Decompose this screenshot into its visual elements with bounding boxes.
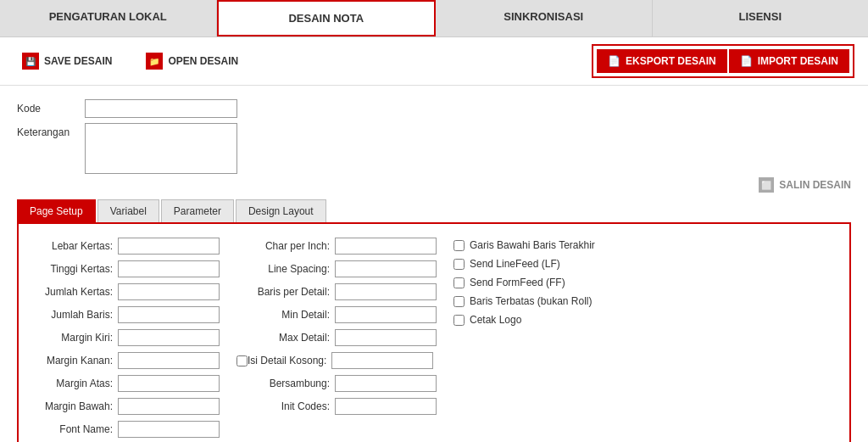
margin-bawah-label: Margin Bawah: (32, 400, 113, 412)
baris-per-detail-input[interactable] (335, 283, 437, 300)
margin-kanan-input[interactable] (118, 352, 220, 369)
field-margin-atas: Margin Atas: (32, 375, 220, 392)
tab-sinkronisasi[interactable]: SINKRONISASI (436, 0, 653, 36)
keterangan-row: Keterangan (17, 123, 851, 174)
tab-columns: Lebar Kertas: Tinggi Kertas: Jumlah Kert… (32, 238, 836, 440)
field-margin-kiri: Margin Kiri: (32, 329, 220, 346)
init-codes-label: Init Codes: (236, 400, 330, 412)
toolbar: 💾 SAVE DESAIN 📁 OPEN DESAIN 📄 EKSPORT DE… (0, 37, 868, 86)
tinggi-kertas-input[interactable] (118, 260, 220, 277)
cetak-logo-checkbox[interactable] (453, 315, 465, 326)
isi-detail-kosong-checkbox[interactable] (236, 355, 248, 366)
open-icon: 📁 (146, 53, 163, 70)
baris-terbatas-checkbox[interactable] (453, 296, 465, 307)
eksport-label: EKSPORT DESAIN (626, 55, 716, 67)
form-tabs: Page Setup Variabel Parameter Design Lay… (17, 199, 851, 222)
line-spacing-label: Line Spacing: (236, 263, 330, 275)
baris-terbatas-label: Baris Terbatas (bukan Roll) (470, 295, 593, 307)
margin-kiri-label: Margin Kiri: (32, 332, 113, 344)
lebar-kertas-input[interactable] (118, 238, 220, 255)
send-linefeed-checkbox[interactable] (453, 259, 465, 270)
open-desain-button[interactable]: 📁 OPEN DESAIN (137, 48, 247, 75)
col-left: Lebar Kertas: Tinggi Kertas: Jumlah Kert… (32, 238, 220, 440)
tab-page-setup[interactable]: Page Setup (17, 199, 96, 222)
field-jumlah-baris: Jumlah Baris: (32, 306, 220, 323)
field-isi-detail-kosong: Isi Detail Kosong: (236, 352, 437, 369)
checkbox-baris-terbatas: Baris Terbatas (bukan Roll) (453, 295, 836, 307)
col-right: Garis Bawahi Baris Terakhir Send LineFee… (453, 238, 836, 440)
font-name-input[interactable] (118, 421, 220, 438)
top-navigation: PENGATURAN LOKAL DESAIN NOTA SINKRONISAS… (0, 0, 868, 37)
max-detail-input[interactable] (335, 329, 437, 346)
field-max-detail: Max Detail: (236, 329, 437, 346)
checkbox-cetak-logo: Cetak Logo (453, 314, 836, 326)
char-per-inch-input[interactable] (335, 238, 437, 255)
max-detail-label: Max Detail: (236, 332, 330, 344)
isi-detail-kosong-label: Isi Detail Kosong: (248, 355, 326, 366)
field-tinggi-kertas: Tinggi Kertas: (32, 260, 220, 277)
baris-per-detail-label: Baris per Detail: (236, 286, 330, 298)
tab-variabel[interactable]: Variabel (97, 199, 159, 222)
bersambung-input[interactable] (335, 375, 437, 392)
salin-icon: ⬜ (759, 177, 774, 193)
garis-bawahi-checkbox[interactable] (453, 240, 465, 251)
checkbox-send-formfeed: Send FormFeed (FF) (453, 277, 836, 288)
import-label: IMPORT DESAIN (758, 55, 838, 67)
tinggi-kertas-label: Tinggi Kertas: (32, 263, 113, 275)
field-font-name: Font Name: (32, 421, 220, 438)
keterangan-label: Keterangan (17, 123, 85, 138)
save-icon: 💾 (22, 53, 39, 70)
kode-input[interactable] (85, 99, 237, 118)
send-formfeed-checkbox[interactable] (453, 277, 465, 288)
kode-row: Kode (17, 99, 851, 118)
jumlah-kertas-label: Jumlah Kertas: (32, 286, 113, 298)
keterangan-input[interactable] (85, 123, 237, 174)
send-formfeed-label: Send FormFeed (FF) (470, 277, 565, 288)
lebar-kertas-label: Lebar Kertas: (32, 240, 113, 252)
salin-desain-button[interactable]: ⬜ SALIN DESAIN (759, 177, 851, 193)
margin-kiri-input[interactable] (118, 329, 220, 346)
toolbar-left: 💾 SAVE DESAIN 📁 OPEN DESAIN (14, 48, 592, 75)
line-spacing-input[interactable] (335, 260, 437, 277)
import-desain-button[interactable]: 📄 IMPORT DESAIN (729, 49, 849, 73)
import-icon: 📄 (740, 55, 753, 67)
font-name-label: Font Name: (32, 423, 113, 435)
open-label: OPEN DESAIN (168, 55, 238, 67)
margin-atas-input[interactable] (118, 375, 220, 392)
save-desain-button[interactable]: 💾 SAVE DESAIN (14, 48, 120, 75)
tab-design-layout[interactable]: Design Layout (236, 199, 326, 222)
field-margin-kanan: Margin Kanan: (32, 352, 220, 369)
isi-detail-kosong-input[interactable] (331, 352, 433, 369)
field-min-detail: Min Detail: (236, 306, 437, 323)
tab-pengaturan-lokal[interactable]: PENGATURAN LOKAL (0, 0, 217, 36)
garis-bawahi-label: Garis Bawahi Baris Terakhir (470, 239, 595, 251)
jumlah-baris-input[interactable] (118, 306, 220, 323)
min-detail-label: Min Detail: (236, 309, 330, 321)
jumlah-baris-label: Jumlah Baris: (32, 309, 113, 321)
tab-desain-nota[interactable]: DESAIN NOTA (217, 0, 437, 36)
field-init-codes: Init Codes: (236, 398, 437, 415)
bersambung-label: Bersambung: (236, 378, 330, 389)
tab-content-page-setup: Lebar Kertas: Tinggi Kertas: Jumlah Kert… (17, 222, 851, 442)
tab-parameter[interactable]: Parameter (161, 199, 234, 222)
import-export-wrapper: 📄 EKSPORT DESAIN 📄 IMPORT DESAIN (592, 44, 854, 78)
col-mid: Char per Inch: Line Spacing: Baris per D… (236, 238, 437, 440)
cetak-logo-label: Cetak Logo (470, 314, 521, 326)
init-codes-input[interactable] (335, 398, 437, 415)
field-margin-bawah: Margin Bawah: (32, 398, 220, 415)
checkbox-garis-bawahi: Garis Bawahi Baris Terakhir (453, 239, 836, 251)
margin-atas-label: Margin Atas: (32, 378, 113, 389)
min-detail-input[interactable] (335, 306, 437, 323)
field-jumlah-kertas: Jumlah Kertas: (32, 283, 220, 300)
jumlah-kertas-input[interactable] (118, 283, 220, 300)
tab-lisensi[interactable]: LISENSI (653, 0, 869, 36)
kode-label: Kode (17, 103, 85, 115)
margin-bawah-input[interactable] (118, 398, 220, 415)
salin-wrapper: ⬜ SALIN DESAIN (17, 177, 851, 193)
field-baris-per-detail: Baris per Detail: (236, 283, 437, 300)
char-per-inch-label: Char per Inch: (236, 240, 330, 252)
eksport-desain-button[interactable]: 📄 EKSPORT DESAIN (597, 49, 727, 73)
save-label: SAVE DESAIN (44, 55, 112, 67)
field-bersambung: Bersambung: (236, 375, 437, 392)
main-content: Kode Keterangan ⬜ SALIN DESAIN Page Setu… (0, 86, 868, 442)
